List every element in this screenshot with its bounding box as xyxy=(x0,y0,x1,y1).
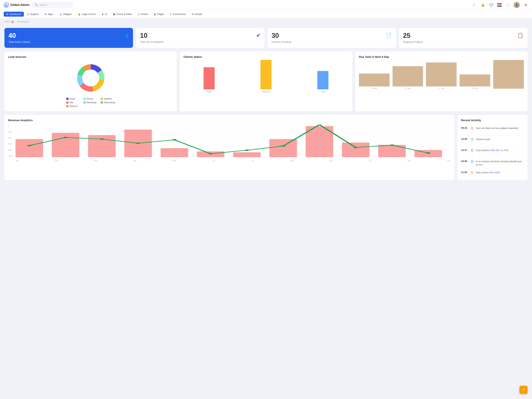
menu-forms-table[interactable]: ▦ Forms & Table xyxy=(110,12,134,17)
menu-widgets[interactable]: ⚓ Widgets xyxy=(57,12,75,17)
menu-dashboard-label: Dashboard xyxy=(9,13,21,16)
activity-dot-1000 xyxy=(471,138,473,140)
expand-icon[interactable]: ⛶ xyxy=(505,2,510,7)
lead-sources-card: Lead Sources xyxy=(4,51,177,111)
search-icon: 🔍 xyxy=(35,4,38,6)
rev-y-1000: 1000 xyxy=(8,155,15,157)
svg-point-32 xyxy=(390,145,394,146)
legend-email: Email xyxy=(66,98,81,100)
menu-charts[interactable]: ◷ Charts xyxy=(135,12,151,17)
menu-apps[interactable]: ⊕ Apps xyxy=(42,12,56,17)
stat-cards: 40 Total Active Clients 👥 10 Task Not Co… xyxy=(4,28,528,48)
menu-pages-label: Pages xyxy=(157,13,164,16)
clients-status-card: Clients Status High Medium Low xyxy=(180,51,352,111)
email-icon: ✉ xyxy=(192,13,194,16)
activity-time-1650: 16:50 xyxy=(461,160,469,163)
menu-ecommerce[interactable]: ⊏ Ecommerce xyxy=(167,12,188,17)
stat-label-projects: Ongoing Projects xyxy=(403,40,524,43)
activity-dot-1437 xyxy=(471,149,473,152)
search-bar[interactable]: 🔍 Search xyxy=(32,2,73,7)
menu-ecommerce-label: Ecommerce xyxy=(173,13,186,16)
chat-icon[interactable]: 💬 xyxy=(489,2,494,7)
activity-line-0842 xyxy=(472,129,472,134)
invoices-icon: 📄 xyxy=(386,32,392,38)
bar-medium-bar xyxy=(260,60,272,89)
svg-point-31 xyxy=(354,147,358,148)
activity-card: Recent Activity 08:42 Sed non libero at … xyxy=(457,115,528,180)
revenue-title: Revenue Analytics xyxy=(8,119,451,122)
rev-x-dec: Dec xyxy=(447,159,451,162)
due-bar-28jan-b-bar xyxy=(493,60,524,89)
due-bar-27jan: 27 Jan xyxy=(426,63,457,89)
bar-low-label: Low xyxy=(321,90,325,93)
activity-time-1437: 14:37 xyxy=(461,149,469,152)
menu-login-error[interactable]: 🔒 Login & Error xyxy=(75,12,99,17)
stat-label-invoices: Invoices Pending xyxy=(272,40,392,43)
menu-support[interactable]: ◎ Support xyxy=(25,12,41,17)
bell-icon[interactable]: 🔔 xyxy=(480,2,485,7)
dashboard-icon: ⊞ xyxy=(6,13,8,16)
flag-icon[interactable] xyxy=(497,3,502,7)
bottom-row: Revenue Analytics 1000 800 600 400 200 0 xyxy=(4,115,528,180)
moon-icon[interactable]: ☾ xyxy=(472,2,477,7)
clients-icon: 👥 xyxy=(122,32,129,38)
due-bar-28jan-a-bar xyxy=(460,75,490,86)
due-task-title: Due Task in Next 5 Day xyxy=(359,55,524,58)
activity-time-0842: 08:42 xyxy=(461,127,469,129)
activity-text-2103: Sed a lorem #41-4155. xyxy=(476,171,500,174)
menu-emails[interactable]: ✉ Emails xyxy=(189,12,205,17)
breadcrumb-current: Dashboard xyxy=(17,20,29,23)
rev-y-labels: 1000 800 600 400 200 0 xyxy=(8,125,15,157)
menu-support-label: Support xyxy=(30,13,39,16)
avatar[interactable]: 👤 xyxy=(513,2,520,8)
activity-text-1437: Cras lobortis USD 412. to XYZ xyxy=(476,149,508,152)
menu-pages[interactable]: ▤ Pages xyxy=(151,12,167,17)
menu-ui[interactable]: ◈ UI xyxy=(99,12,110,17)
due-bar-28jan-a-label: 28 Jan xyxy=(472,87,478,89)
activity-line-1437 xyxy=(472,152,472,156)
activity-link-hash[interactable]: #41-4155 xyxy=(489,171,500,174)
stat-number-invoices: 30 xyxy=(272,32,392,39)
svg-point-22 xyxy=(27,145,32,146)
stat-number-tasks: 10 xyxy=(140,32,260,39)
due-bar-28jan-b xyxy=(493,60,524,89)
menu-forms-table-label: Forms & Table xyxy=(116,13,132,16)
rev-y-800: 800 xyxy=(8,149,15,151)
menu-dashboard[interactable]: ⊞ Dashboard xyxy=(4,12,24,17)
lead-sources-title: Lead Sources xyxy=(8,55,173,58)
bar-high-label: High xyxy=(207,90,211,93)
stat-card-projects: 25 Ongoing Projects 📋 xyxy=(399,28,528,48)
activity-text-0842: Sed non libero at risus aliquet imperdie… xyxy=(476,127,519,130)
activity-line-1000 xyxy=(472,140,472,145)
svg-rect-17 xyxy=(269,139,297,157)
pages-icon: ▤ xyxy=(154,13,156,16)
due-task-card: Due Task in Next 5 Day 25 Jan 26 Jan xyxy=(355,51,528,111)
due-task-chart: 25 Jan 26 Jan 27 Jan 28 Jan xyxy=(359,61,524,98)
topbar-icons: ☾ 🔔 💬 ⛶ 👤 ⊞ xyxy=(472,2,528,8)
activity-title: Recent Activity xyxy=(461,119,524,122)
widgets-icon: ⚓ xyxy=(59,13,62,16)
activity-item-0842: 08:42 Sed non libero at risus aliquet im… xyxy=(461,125,524,136)
legend-dot-ads xyxy=(66,101,69,104)
svg-rect-20 xyxy=(378,145,406,157)
activity-dot-2103 xyxy=(471,171,473,174)
breadcrumb-root: CRM xyxy=(4,20,10,23)
ecommerce-icon: ⊏ xyxy=(170,13,172,16)
due-bar-27jan-bar xyxy=(426,63,457,86)
activity-dot-col-2103 xyxy=(471,171,473,174)
activity-dot-col-0842 xyxy=(471,127,473,134)
activity-item-2103: 21:03 Sed a lorem #41-4155. xyxy=(461,169,524,176)
grid-icon[interactable]: ⊞ xyxy=(523,2,528,7)
legend-label-marketing: Marketing xyxy=(87,101,96,104)
bar-chart-inner: High Medium Low xyxy=(184,61,348,95)
legend-website: webSite xyxy=(101,98,115,100)
svg-rect-11 xyxy=(52,133,79,157)
rev-x-oct: Oct xyxy=(369,159,372,162)
main-content: 40 Total Active Clients 👥 10 Task Not Co… xyxy=(0,25,532,183)
activity-link-usd[interactable]: USD 412. xyxy=(490,149,500,152)
legend-dot-networking xyxy=(101,101,103,104)
svg-point-28 xyxy=(245,150,249,151)
stat-label-clients: Total Active Clients xyxy=(8,40,129,43)
search-label: Search xyxy=(39,4,47,6)
bar-low-bar xyxy=(317,71,329,89)
